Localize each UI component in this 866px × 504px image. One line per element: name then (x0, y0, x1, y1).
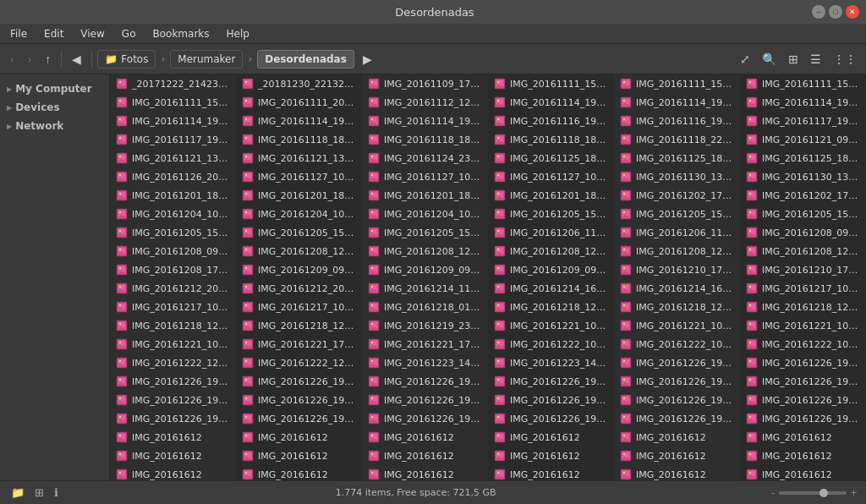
file-item[interactable]: IMG_20161222_101353.jpg (740, 335, 866, 353)
file-item[interactable]: IMG_20161208_124734.jpg (740, 242, 866, 260)
file-item[interactable]: IMG_20161221_101749.jpg (740, 316, 866, 335)
file-item[interactable]: IMG_20161226_190233.jpg (362, 372, 488, 391)
file-item[interactable]: IMG_20161221_101722.jpg (614, 316, 740, 335)
file-item[interactable]: IMG_20161612 (488, 446, 614, 465)
file-item[interactable]: IMG_20161218_013734.jpg (362, 298, 488, 316)
file-item[interactable]: IMG_20161226_190706.jpg (236, 409, 362, 428)
file-item[interactable]: IMG_20161226_190306.jpg (488, 372, 614, 391)
file-item[interactable]: IMG_20161117_193146.jpg (740, 112, 866, 130)
file-item[interactable]: IMG_20161209_092605.jpg (488, 260, 614, 279)
file-item[interactable]: IMG_20161612 (488, 428, 614, 446)
file-item[interactable]: IMG_20161114_195652.jpg (362, 112, 488, 130)
file-item[interactable]: IMG_20161127_100256.jpg (362, 167, 488, 186)
file-item[interactable]: IMG_20161118_182523.jpg (236, 130, 362, 149)
file-item[interactable]: _20171222_214239.JPG (110, 74, 236, 93)
file-item[interactable]: IMG_20161121_091251.jpg (740, 130, 866, 149)
file-item[interactable]: IMG_20161118_182637.jpg (488, 130, 614, 149)
menu-item-bookmarks[interactable]: Bookmarks (147, 26, 214, 41)
file-item[interactable]: IMG_20161226_190859.jpg (488, 409, 614, 428)
file-item[interactable]: IMG_20161226_190410.jpg (488, 391, 614, 409)
close-button[interactable]: ✕ (846, 5, 859, 19)
file-item[interactable]: IMG_20161205_152940.jpg (488, 205, 614, 223)
file-item[interactable]: IMG_20161612 (488, 465, 614, 480)
file-item[interactable]: IMG_20161612 (362, 428, 488, 446)
file-item[interactable]: IMG_20161130_135812.jpg (740, 167, 866, 186)
file-item[interactable]: IMG_20161219_231054.jpg (362, 316, 488, 335)
file-item[interactable]: _20181230_221322.JPG (236, 74, 362, 93)
file-item[interactable]: IMG_20161114_195623.jpg (488, 93, 614, 112)
file-item[interactable]: IMG_20161209_092529.jpg (236, 260, 362, 279)
file-item[interactable]: IMG_20161114_195633.jpg (740, 93, 866, 112)
file-item[interactable]: IMG_20161221_172326.jpg (236, 335, 362, 353)
menu-item-help[interactable]: Help (222, 26, 255, 41)
file-item[interactable]: IMG_20161612 (740, 446, 866, 465)
file-item[interactable]: IMG_20161121_132355.jpg (110, 149, 236, 167)
file-item[interactable]: IMG_20161208_174155.jpg (110, 260, 236, 279)
file-item[interactable]: IMG_20161217_103107.jpg (110, 298, 236, 316)
file-item[interactable]: IMG_20161612 (362, 446, 488, 465)
file-item[interactable]: IMG_20161204_100038.jpg (110, 205, 236, 223)
file-item[interactable]: IMG_20161214_114117.jpg (362, 279, 488, 298)
file-item[interactable]: IMG_20161208_095733.jpg (110, 242, 236, 260)
file-item[interactable]: IMG_20161226_190905.jpg (614, 409, 740, 428)
file-item[interactable]: IMG_20161612 (362, 465, 488, 480)
zoom-thumb[interactable] (819, 489, 828, 497)
file-item[interactable]: IMG_20161116_193202.jpg (488, 112, 614, 130)
menu-item-go[interactable]: Go (117, 26, 141, 41)
file-item[interactable]: IMG_20161226_190220.jpg (740, 353, 866, 372)
view-compact-button[interactable]: ⋮⋮ (829, 50, 861, 68)
breadcrumb-more-button[interactable]: ▶ (358, 50, 377, 68)
statusbar-view-button[interactable]: ⊞ (32, 485, 47, 500)
file-item[interactable]: IMG_20161201_181011.jpg (488, 186, 614, 205)
statusbar-folder-button[interactable]: 📁 (8, 485, 27, 500)
restore-button[interactable]: ⤢ (736, 50, 754, 68)
breadcrumb-desordenadas[interactable]: Desordenadas (257, 50, 354, 68)
file-item[interactable]: IMG_20161209_092532.jpg (362, 260, 488, 279)
file-item[interactable]: IMG_20161206_110849.jpg (614, 223, 740, 242)
file-item[interactable]: IMG_20161114_195635.jpg (110, 112, 236, 130)
file-item[interactable]: IMG_20161124_230954.jpg (362, 149, 488, 167)
menu-item-edit[interactable]: Edit (39, 26, 69, 41)
file-item[interactable]: IMG_20161226_190402.jpg (236, 391, 362, 409)
file-item[interactable]: IMG_20161114_195627.jpg (614, 93, 740, 112)
statusbar-info-button[interactable]: ℹ (52, 485, 61, 500)
file-item[interactable]: IMG_20161221_101751.jpg (110, 335, 236, 353)
file-item[interactable]: IMG_20161201_180908.jpg (236, 186, 362, 205)
file-item[interactable]: IMG_20161222_101351.jpg (614, 335, 740, 353)
file-item[interactable]: IMG_20161223_140902.jpg (488, 353, 614, 372)
file-item[interactable]: IMG_20161217_103103.jpg (740, 279, 866, 298)
file-item[interactable]: IMG_20161612 (236, 428, 362, 446)
file-item[interactable]: IMG_20161226_190424.jpg (614, 391, 740, 409)
file-item[interactable]: IMG_20161210_172517.jpg (614, 260, 740, 279)
forward-button[interactable]: › (23, 50, 37, 68)
file-item[interactable]: IMG_20161205_152944.jpg (614, 205, 740, 223)
file-item[interactable]: IMG_20161221_101716.jpg (488, 316, 614, 335)
file-item[interactable]: IMG_20161612 (614, 428, 740, 446)
file-item[interactable]: IMG_20161127_100258.jpg (488, 167, 614, 186)
file-item[interactable]: IMG_20161612 (110, 446, 236, 465)
file-item[interactable]: IMG_20161114_195650.jpg (236, 112, 362, 130)
file-item[interactable]: IMG_20161612 (740, 465, 866, 480)
file-item[interactable]: IMG_20161205_153001.jpg (236, 223, 362, 242)
file-item[interactable]: IMG_20161212_203418.jpg (236, 279, 362, 298)
toggle-sidebar-button[interactable]: ◀ (67, 50, 86, 68)
file-item[interactable]: IMG_20161116_193203.jpg (614, 112, 740, 130)
file-item[interactable]: IMG_20161222_101347.jpg (488, 335, 614, 353)
file-item[interactable]: IMG_20161226_190356.jpg (110, 391, 236, 409)
file-item[interactable]: IMG_20161612 (236, 465, 362, 480)
breadcrumb-fotos[interactable]: 📁 Fotos (97, 50, 156, 68)
file-item[interactable]: IMG_20161226_190223.jpg (110, 372, 236, 391)
file-item[interactable]: IMG_20161612 (110, 465, 236, 480)
file-item[interactable]: IMG_20161118_182610.jpg (362, 130, 488, 149)
file-item[interactable]: IMG_20161127_100252.jpg (236, 167, 362, 186)
view-list-button[interactable]: ☰ (806, 50, 825, 68)
file-item[interactable]: IMG_20161612 (614, 465, 740, 480)
file-item[interactable]: IMG_20161111_151618.jpg (488, 74, 614, 93)
sidebar-mycomputer-header[interactable]: ▶ My Computer (0, 81, 109, 96)
file-item[interactable]: IMG_20161212_203347.jpg (110, 279, 236, 298)
file-item[interactable]: IMG_20161202_174737.jpg (740, 186, 866, 205)
file-item[interactable]: IMG_20161125_184005.jpg (740, 149, 866, 167)
up-button[interactable]: ↑ (40, 50, 56, 68)
sidebar-devices-header[interactable]: ▶ Devices (0, 100, 109, 115)
file-item[interactable]: IMG_20161202_174735.jpg (614, 186, 740, 205)
